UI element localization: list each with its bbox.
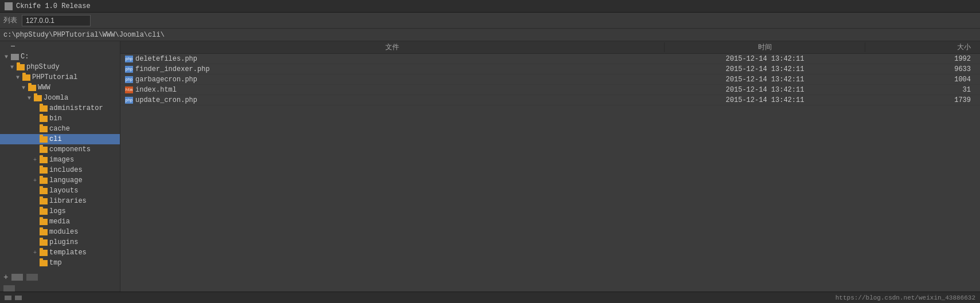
folder-icon: [40, 229, 48, 235]
file-tree-panel: ▶ — ▼ C: ▼ phpStudy ▼ PHPTutorial ▼ WWW …: [0, 41, 120, 292]
status-left: [5, 296, 22, 300]
tree-item-libraries[interactable]: ▶ libraries: [0, 196, 120, 206]
tree-item-cache[interactable]: ▶ cache: [0, 124, 120, 134]
file-date: 2015-12-14 13:42:11: [726, 55, 805, 63]
file-date: 2015-12-14 13:42:11: [726, 86, 805, 94]
tree-label: templates: [49, 249, 87, 257]
tree-label: cli: [49, 135, 62, 143]
file-size: 1004: [954, 76, 971, 84]
status-icon-2[interactable]: [15, 296, 22, 300]
tree-item-language[interactable]: + language: [0, 175, 120, 186]
tree-label: administrator: [49, 104, 103, 112]
main-area: ▶ — ▼ C: ▼ phpStudy ▼ PHPTutorial ▼ WWW …: [0, 41, 980, 292]
file-size-cell: 9633: [865, 65, 980, 73]
file-type-icon: htm: [125, 86, 133, 93]
folder-icon: [40, 198, 48, 204]
tree-item-media[interactable]: ▶ media: [0, 217, 120, 227]
tree-item-phpstudy[interactable]: ▼ phpStudy: [0, 62, 120, 72]
tree-item-dash[interactable]: ▶ —: [0, 41, 120, 52]
file-date-cell: 2015-12-14 13:42:11: [665, 96, 865, 104]
table-row[interactable]: php garbagecron.php 2015-12-14 13:42:11 …: [120, 74, 980, 85]
col-file: 文件: [120, 42, 665, 52]
tree-item-c-drive[interactable]: ▼ C:: [0, 52, 120, 62]
file-date-cell: 2015-12-14 13:42:11: [665, 55, 865, 63]
tree-item-modules[interactable]: ▶ modules: [0, 227, 120, 237]
folder-icon: [40, 147, 48, 153]
col-size: 大小: [865, 42, 980, 52]
file-name: garbagecron.php: [135, 76, 197, 84]
tree-label: —: [11, 42, 15, 50]
tree-item-plugins[interactable]: ▶ plugins: [0, 237, 120, 247]
tree-label: C:: [21, 53, 29, 61]
folder-icon: [40, 136, 48, 143]
col-time: 时间: [665, 42, 865, 52]
file-date: 2015-12-14 13:42:11: [726, 76, 805, 84]
file-name: deletefiles.php: [135, 55, 197, 63]
tree-item-components[interactable]: ▶ components: [0, 144, 120, 155]
tree-item-logs[interactable]: ▶ logs: [0, 206, 120, 217]
file-type-icon: php: [125, 97, 133, 104]
file-date: 2015-12-14 13:42:11: [726, 96, 805, 104]
tree-label: media: [49, 218, 70, 226]
tree-label: layouts: [49, 187, 78, 195]
tree-label: modules: [49, 228, 78, 236]
folder-icon: [34, 95, 42, 101]
toolbar: 列表: [0, 13, 980, 29]
toolbar-label: 列表: [3, 15, 17, 25]
expand-icon: ▼: [5, 54, 10, 60]
tree-label: Joomla: [44, 94, 68, 102]
tree-item-joomla[interactable]: ▼ Joomla: [0, 93, 120, 103]
table-row[interactable]: php deletefiles.php 2015-12-14 13:42:11 …: [120, 54, 980, 64]
tree-item-administrator[interactable]: ▶ administrator: [0, 103, 120, 113]
file-name-cell: php update_cron.php: [120, 96, 665, 104]
folder-icon: [17, 64, 25, 70]
tree-item-templates[interactable]: + templates: [0, 247, 120, 258]
tree-item-www[interactable]: ▼ WWW: [0, 82, 120, 93]
tree-item-includes[interactable]: ▶ includes: [0, 165, 120, 175]
folder-icon: [40, 105, 48, 112]
file-name-cell: php garbagecron.php: [120, 76, 665, 84]
file-size: 1739: [954, 96, 971, 104]
tree-label: PHPTutorial: [32, 73, 77, 81]
folder-icon: [40, 126, 48, 132]
file-name: update_cron.php: [135, 96, 197, 104]
status-item[interactable]: [3, 285, 15, 292]
tree-item-tmp[interactable]: ▶ tmp: [0, 258, 120, 268]
expand-icon: ▼: [10, 64, 16, 70]
status-icon-1[interactable]: [5, 296, 11, 300]
table-row[interactable]: php finder_indexer.php 2015-12-14 13:42:…: [120, 64, 980, 74]
expand-icon: ▼: [16, 74, 22, 81]
expand-icon: +: [33, 178, 39, 184]
watermark: https://blog.csdn.net/weixin_43886632: [835, 294, 975, 301]
folder-icon: [40, 250, 48, 256]
tree-label: bin: [49, 115, 62, 123]
folder-icon: [40, 178, 48, 184]
tree-label: includes: [49, 166, 83, 174]
add-icon[interactable]: +: [3, 273, 8, 282]
app-title: Cknife 1.0 Release: [16, 2, 91, 10]
tree-label: WWW: [38, 84, 50, 92]
tree-item-cli[interactable]: ▶ cli: [0, 134, 120, 144]
file-type-icon: php: [125, 66, 133, 73]
tree-item-layouts[interactable]: ▶ layouts: [0, 186, 120, 196]
folder-icon: [22, 74, 30, 81]
file-size: 1992: [954, 55, 971, 63]
file-name: index.html: [135, 86, 177, 94]
tree-label: components: [49, 145, 91, 154]
table-row[interactable]: htm index.html 2015-12-14 13:42:11 31: [120, 85, 980, 95]
disconnect-icon[interactable]: [26, 274, 38, 281]
tree-item-bin[interactable]: ▶ bin: [0, 113, 120, 124]
folder-icon: [40, 208, 48, 215]
table-row[interactable]: php update_cron.php 2015-12-14 13:42:11 …: [120, 95, 980, 105]
file-panel: 文件 时间 大小 php deletefiles.php 2015-12-14 …: [120, 41, 980, 292]
server-input[interactable]: [22, 15, 91, 26]
tree-item-images[interactable]: + images: [0, 155, 120, 165]
expand-icon: ▼: [28, 95, 33, 101]
address-path: c:\phpStudy\PHPTutorial\WWW\Joomla\cli\: [3, 31, 165, 39]
conn-icon[interactable]: [11, 274, 23, 281]
file-date-cell: 2015-12-14 13:42:11: [665, 76, 865, 84]
tree-container: ▶ — ▼ C: ▼ phpStudy ▼ PHPTutorial ▼ WWW …: [0, 41, 120, 268]
tree-label: libraries: [49, 197, 87, 205]
tree-item-phptutorial[interactable]: ▼ PHPTutorial: [0, 72, 120, 82]
file-date-cell: 2015-12-14 13:42:11: [665, 86, 865, 94]
